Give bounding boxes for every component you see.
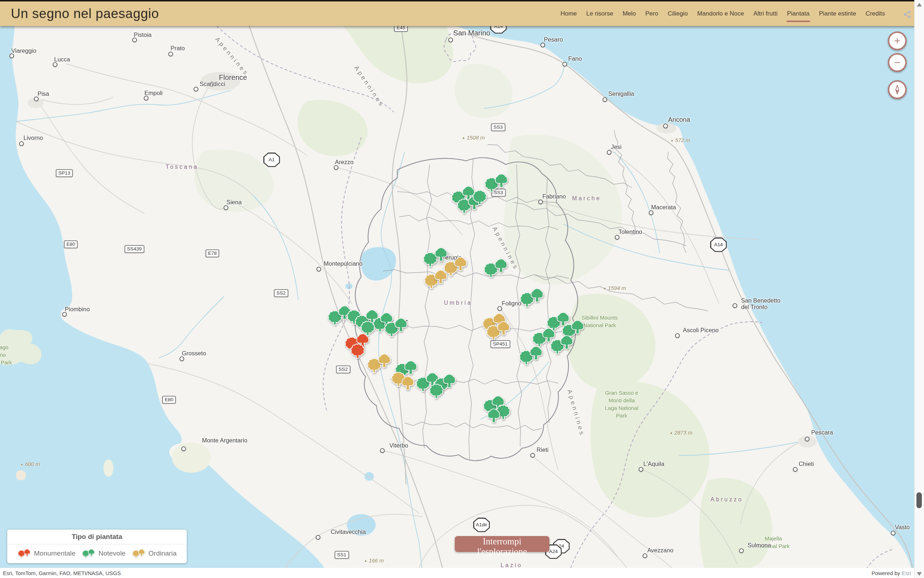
ordinaria-tree-marker[interactable] [433,269,449,285]
notevole-tree-marker[interactable] [528,346,544,362]
map-canvas[interactable] [0,0,924,578]
header: Un segno nel paesaggio HomeLe risorseMel… [0,2,924,26]
legend-label: Monumentale [34,549,76,557]
powered-by: Powered by Esri [872,570,911,576]
scrollbar[interactable] [914,0,924,578]
legend-item-ordinaria: Ordinaria [132,548,176,559]
notevole-tree-marker[interactable] [486,408,502,424]
nav-item-altri-frutti[interactable]: Altri frutti [754,10,778,17]
legend-items: MonumentaleNotevoleOrdinaria [7,544,187,562]
zoom-in-button[interactable]: + [888,31,907,50]
legend-label: Notevole [98,549,125,557]
nav-item-pero[interactable]: Pero [646,10,659,17]
legend-label: Ordinaria [149,549,176,557]
zoom-out-button[interactable]: − [888,53,907,72]
nav-item-piante-estinte[interactable]: Piante estinte [819,10,856,17]
ordinaria-tree-marker[interactable] [453,256,469,272]
notevole-tree-marker[interactable] [494,173,509,189]
page-title: Un segno nel paesaggio [11,6,159,21]
monumentale-leaf-marker[interactable] [349,343,366,360]
notevole-tree-marker[interactable] [493,258,509,274]
nav-item-le-risorse[interactable]: Le risorse [586,10,613,17]
main-nav: HomeLe risorseMeloPeroCiliegioMandorlo e… [561,2,885,26]
nav-item-credits[interactable]: Credits [866,10,885,17]
stop-exploration-button[interactable]: Interrompi l'esplorazione [455,536,549,552]
notevole-leaf-marker[interactable] [428,383,445,400]
attribution-text: Esri, TomTom, Garmin, FAO, METI/NASA, US… [3,570,121,576]
compass-button[interactable] [888,80,907,99]
scrollbar-thumb[interactable] [916,492,922,508]
compass-needle-icon [892,84,903,95]
nav-item-home[interactable]: Home [561,10,577,17]
ordinaria-tree-marker[interactable] [400,375,416,391]
scrollbar-up-arrow-icon[interactable] [917,3,922,6]
ordinaria-tree-marker[interactable] [376,353,392,369]
attribution-bar: Esri, TomTom, Garmin, FAO, METI/NASA, US… [0,568,914,578]
scrollbar-down-arrow-icon[interactable] [917,572,922,576]
nav-item-ciliegio[interactable]: Ciliegio [668,10,688,17]
esri-brand[interactable]: Esri [901,570,911,576]
share-icon[interactable] [903,10,912,19]
nav-item-mandorlo-e-noce[interactable]: Mandorlo e Noce [697,10,744,17]
legend-panel: Tipo di piantata MonumentaleNotevoleOrdi… [7,529,187,563]
top-strip [0,0,924,2]
legend-notevole-icon [82,548,95,559]
notevole-tree-marker[interactable] [529,288,545,304]
notevole-tree-marker[interactable] [570,320,586,336]
notevole-tree-marker[interactable] [559,335,575,351]
notevole-tree-marker[interactable] [393,317,409,333]
app-root: ITALYToscanaUmbriaMarcheLazioAbruzzoSibi… [0,0,924,578]
nav-item-piantata[interactable]: Piantata [787,10,809,17]
legend-ordinaria-icon [132,548,146,559]
legend-item-notevole: Notevole [82,548,125,559]
legend-monumentale-icon [17,548,31,559]
nav-item-melo[interactable]: Melo [623,10,636,17]
legend-title: Tipo di piantata [7,529,187,541]
legend-item-monumentale: Monumentale [17,548,76,559]
ordinaria-tree-marker[interactable] [495,321,511,336]
